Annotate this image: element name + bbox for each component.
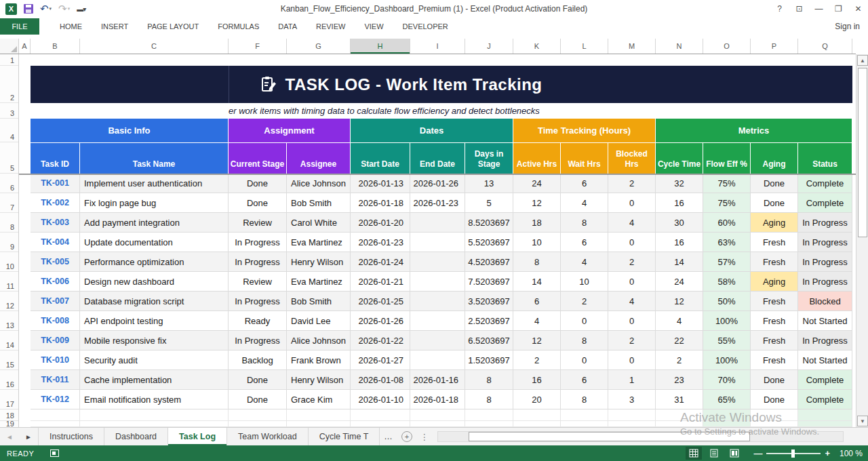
ribbon-tab-page-layout[interactable]: PAGE LAYOUT — [138, 18, 208, 35]
empty-cell[interactable] — [229, 421, 287, 427]
cell-tk-007-end[interactable] — [410, 292, 465, 311]
cell-tk-008-aging[interactable]: Fresh — [751, 311, 798, 331]
cell-tk-005-stage[interactable]: In Progress — [229, 252, 287, 272]
cell-tk-011-id[interactable]: TK-011 — [31, 370, 80, 390]
ribbon-tab-review[interactable]: REVIEW — [307, 18, 355, 35]
cell-tk-006-name[interactable]: Design new dashboard — [80, 272, 229, 292]
zoom-slider[interactable] — [766, 453, 821, 454]
cell-tk-002-days[interactable]: 5 — [465, 193, 513, 213]
empty-cell[interactable] — [561, 421, 608, 427]
cell-tk-003-flow[interactable]: 60% — [703, 213, 751, 233]
cell-tk-005-end[interactable] — [410, 252, 465, 272]
sheet-tab-team-workload[interactable]: Team Workload — [227, 428, 309, 445]
row-header-12[interactable]: 12 — [0, 292, 18, 311]
cell-tk-009-days[interactable]: 6.5203697 — [465, 331, 513, 350]
column-header-K[interactable]: K — [513, 39, 561, 54]
cell-tk-002-wait[interactable]: 4 — [561, 193, 608, 213]
empty-cell[interactable] — [287, 421, 351, 427]
sheet-tab-dashboard[interactable]: Dashboard — [104, 428, 168, 445]
cell-tk-004-id[interactable]: TK-004 — [31, 233, 80, 252]
save-icon[interactable] — [24, 4, 33, 14]
column-header-Q[interactable]: Q — [798, 39, 852, 54]
cell-tk-011-end[interactable]: 2026-01-16 — [410, 370, 465, 390]
scroll-down-arrow[interactable]: ▼ — [857, 416, 868, 426]
ribbon-tab-insert[interactable]: INSERT — [92, 18, 138, 35]
cell-tk-007-flow[interactable]: 50% — [703, 292, 751, 311]
cell-tk-010-active[interactable]: 2 — [513, 350, 561, 370]
horizontal-scrollbar[interactable] — [437, 431, 844, 442]
column-header-A[interactable]: A — [19, 39, 31, 54]
new-sheet-button[interactable]: + — [397, 428, 417, 445]
col-header-flow-eff-[interactable]: Flow Eff % — [703, 142, 751, 174]
sheet-area[interactable]: TASK LOG - Work Item Tracking er work it… — [0, 54, 856, 427]
restore-button[interactable]: ❐ — [829, 0, 848, 18]
row-header-8[interactable]: 8 — [0, 213, 18, 233]
cell-tk-001-aging[interactable]: Done — [751, 174, 798, 193]
cell-tk-006-wait[interactable]: 10 — [561, 272, 608, 292]
sheet-tab-task-log[interactable]: Task Log — [168, 428, 227, 445]
column-header-F[interactable]: F — [229, 39, 287, 54]
help-button[interactable]: ? — [770, 0, 789, 18]
zoom-level[interactable]: 100 % — [834, 449, 863, 458]
cell-tk-007-status[interactable]: Blocked — [798, 292, 852, 311]
cell-tk-003-end[interactable] — [410, 213, 465, 233]
cell-tk-008-stage[interactable]: Ready — [229, 311, 287, 331]
empty-cell[interactable] — [798, 409, 852, 421]
cell-tk-012-start[interactable]: 2026-01-10 — [351, 390, 410, 409]
tab-file[interactable]: FILE — [0, 18, 39, 35]
cell-tk-009-name[interactable]: Mobile responsive fix — [80, 331, 229, 350]
cell-tk-002-cycle[interactable]: 16 — [656, 193, 703, 213]
empty-cell[interactable] — [798, 421, 852, 427]
cell-tk-003-stage[interactable]: Review — [229, 213, 287, 233]
cell-tk-001-days[interactable]: 13 — [465, 174, 513, 193]
cell-tk-010-days[interactable]: 1.5203697 — [465, 350, 513, 370]
sheet-tab-instructions[interactable]: Instructions — [38, 428, 104, 445]
cell-tk-009-active[interactable]: 12 — [513, 331, 561, 350]
cell-tk-003-status[interactable]: In Progress — [798, 213, 852, 233]
cell-tk-009-flow[interactable]: 55% — [703, 331, 751, 350]
cell-tk-002-status[interactable]: Complete — [798, 193, 852, 213]
cell-tk-012-days[interactable]: 8 — [465, 390, 513, 409]
empty-cell[interactable] — [656, 409, 703, 421]
cell-tk-009-id[interactable]: TK-009 — [31, 331, 80, 350]
cell-tk-009-aging[interactable]: Fresh — [751, 331, 798, 350]
zoom-out-button[interactable]: — — [753, 448, 762, 458]
page-break-preview-button[interactable] — [726, 447, 743, 460]
ribbon-tab-developer[interactable]: DEVELOPER — [393, 18, 458, 35]
col-header-status[interactable]: Status — [798, 142, 852, 174]
row-header-17[interactable]: 17 — [0, 390, 18, 409]
col-header-start-date[interactable]: Start Date — [351, 142, 410, 174]
cell-tk-003-start[interactable]: 2026-01-20 — [351, 213, 410, 233]
cell-tk-008-end[interactable] — [410, 311, 465, 331]
col-header-assignee[interactable]: Assignee — [287, 142, 351, 174]
cell-tk-008-blocked[interactable]: 0 — [608, 311, 656, 331]
column-header-J[interactable]: J — [465, 39, 513, 54]
cell-tk-005-id[interactable]: TK-005 — [31, 252, 80, 272]
cell-tk-005-blocked[interactable]: 2 — [608, 252, 656, 272]
cell-tk-006-assignee[interactable]: Eva Martinez — [287, 272, 351, 292]
cell-tk-002-assignee[interactable]: Bob Smith — [287, 193, 351, 213]
cell-tk-002-name[interactable]: Fix login page bug — [80, 193, 229, 213]
col-header-wait-hrs[interactable]: Wait Hrs — [561, 142, 608, 174]
cell-tk-006-end[interactable] — [410, 272, 465, 292]
cell-tk-012-name[interactable]: Email notification system — [80, 390, 229, 409]
empty-cell[interactable] — [465, 421, 513, 427]
empty-cell[interactable] — [703, 421, 751, 427]
cell-tk-009-stage[interactable]: In Progress — [229, 331, 287, 350]
empty-cell[interactable] — [351, 421, 410, 427]
ribbon-tab-formulas[interactable]: FORMULAS — [208, 18, 269, 35]
column-header-H[interactable]: H — [351, 39, 410, 54]
cell-tk-005-assignee[interactable]: Henry Wilson — [287, 252, 351, 272]
cell-tk-007-name[interactable]: Database migration script — [80, 292, 229, 311]
cell-tk-002-id[interactable]: TK-002 — [31, 193, 80, 213]
cell-tk-012-status[interactable]: Complete — [798, 390, 852, 409]
cell-tk-006-id[interactable]: TK-006 — [31, 272, 80, 292]
cell-tk-007-cycle[interactable]: 12 — [656, 292, 703, 311]
cell-tk-011-active[interactable]: 16 — [513, 370, 561, 390]
tab-options-icon[interactable]: ⋮ — [417, 428, 432, 445]
tab-scroll-right-button[interactable]: ► — [19, 428, 38, 445]
col-header-current-stage[interactable]: Current Stage — [229, 142, 287, 174]
cell-tk-012-cycle[interactable]: 31 — [656, 390, 703, 409]
cell-tk-008-name[interactable]: API endpoint testing — [80, 311, 229, 331]
cell-tk-003-aging[interactable]: Aging — [751, 213, 798, 233]
